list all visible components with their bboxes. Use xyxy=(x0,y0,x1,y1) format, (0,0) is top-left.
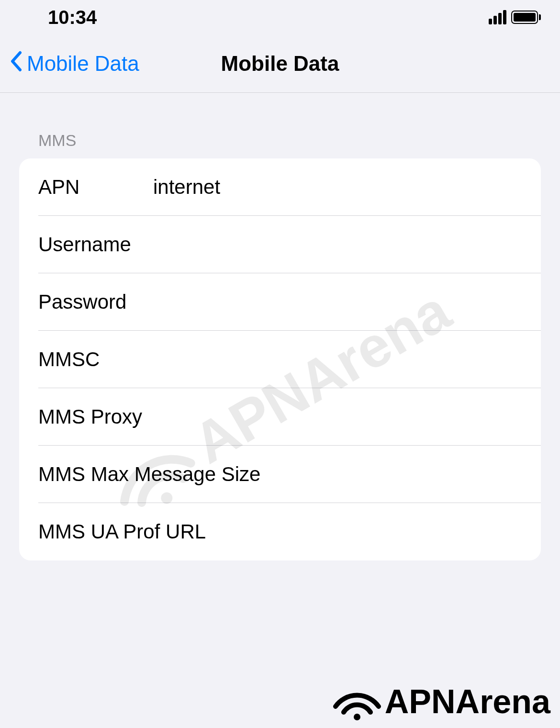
label-username: Username xyxy=(38,233,153,256)
row-password[interactable]: Password xyxy=(19,273,541,331)
status-bar: 10:34 xyxy=(0,0,560,34)
status-time: 10:34 xyxy=(48,7,97,28)
row-mms-max-size[interactable]: MMS Max Message Size xyxy=(19,446,541,503)
nav-bar: Mobile Data Mobile Data xyxy=(0,34,560,93)
label-mms-max-size: MMS Max Message Size xyxy=(38,463,260,486)
footer-logo: APNArena xyxy=(333,683,550,721)
input-apn[interactable] xyxy=(153,176,541,199)
label-apn: APN xyxy=(38,176,153,199)
row-username[interactable]: Username xyxy=(19,216,541,273)
row-mms-ua-prof[interactable]: MMS UA Prof URL xyxy=(19,503,541,560)
row-apn[interactable]: APN xyxy=(19,158,541,216)
battery-icon xyxy=(511,11,541,24)
status-indicators xyxy=(489,10,541,24)
back-label: Mobile Data xyxy=(27,52,139,76)
label-mmsc: MMSC xyxy=(38,348,153,371)
chevron-left-icon xyxy=(10,51,23,77)
back-button[interactable]: Mobile Data xyxy=(0,51,139,77)
input-mms-max-size[interactable] xyxy=(260,463,541,486)
label-mms-proxy: MMS Proxy xyxy=(38,405,153,428)
input-username[interactable] xyxy=(153,233,541,256)
row-mms-proxy[interactable]: MMS Proxy xyxy=(19,388,541,446)
page-title: Mobile Data xyxy=(221,52,339,76)
svg-point-1 xyxy=(354,714,360,720)
input-password[interactable] xyxy=(153,291,541,314)
wifi-icon xyxy=(333,683,381,721)
footer-text: APNArena xyxy=(385,683,550,721)
section-header-mms: MMS xyxy=(19,131,541,158)
content: MMS APN Username Password MMSC MMS Proxy… xyxy=(0,93,560,560)
label-mms-ua-prof: MMS UA Prof URL xyxy=(38,520,206,543)
row-mmsc[interactable]: MMSC xyxy=(19,331,541,388)
input-mms-ua-prof[interactable] xyxy=(206,520,541,543)
input-mms-proxy[interactable] xyxy=(153,405,541,428)
input-mmsc[interactable] xyxy=(153,348,541,371)
signal-icon xyxy=(489,10,506,24)
label-password: Password xyxy=(38,291,153,314)
settings-group-mms: APN Username Password MMSC MMS Proxy MMS… xyxy=(19,158,541,560)
